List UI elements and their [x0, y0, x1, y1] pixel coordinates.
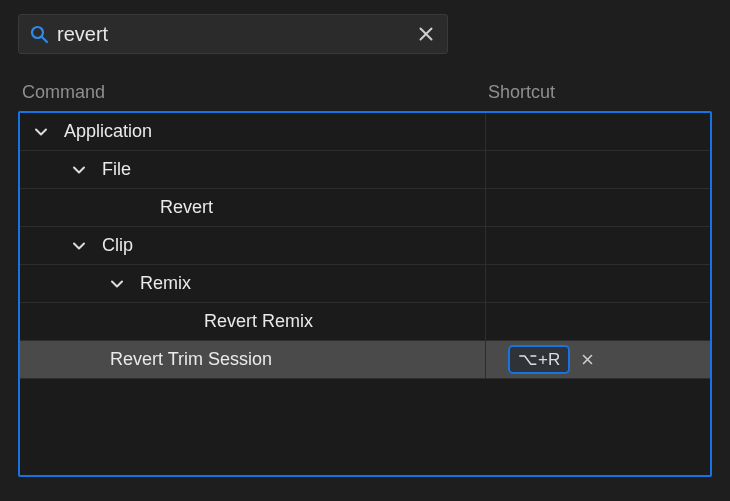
tree-label: Clip [102, 235, 133, 256]
tree-label: Remix [140, 273, 191, 294]
search-input[interactable] [49, 15, 415, 53]
header-command[interactable]: Command [22, 82, 488, 103]
tree-label: File [102, 159, 131, 180]
search-field[interactable] [18, 14, 448, 54]
tree-row-application[interactable]: Application [20, 113, 710, 151]
tree-row-revert[interactable]: Revert [20, 189, 710, 227]
chevron-down-icon[interactable] [72, 239, 86, 253]
shortcut-cell[interactable] [486, 189, 710, 226]
shortcut-chip[interactable]: ⌥+R [508, 345, 570, 374]
tree-row-file[interactable]: File [20, 151, 710, 189]
column-headers: Command Shortcut [18, 82, 712, 111]
tree-row-revert-remix[interactable]: Revert Remix [20, 303, 710, 341]
svg-line-1 [42, 37, 47, 42]
command-tree[interactable]: Application File Revert Clip [18, 111, 712, 477]
shortcut-text: ⌥+R [518, 349, 560, 370]
tree-label: Revert Remix [204, 311, 313, 332]
tree-label: Revert Trim Session [110, 349, 272, 370]
tree-row-clip[interactable]: Clip [20, 227, 710, 265]
chevron-down-icon[interactable] [34, 125, 48, 139]
shortcut-cell[interactable] [486, 303, 710, 340]
tree-label: Revert [160, 197, 213, 218]
header-shortcut[interactable]: Shortcut [488, 82, 708, 103]
chevron-down-icon[interactable] [110, 277, 124, 291]
shortcut-cell[interactable]: ⌥+R [486, 341, 710, 378]
search-icon [29, 24, 49, 44]
tree-row-remix[interactable]: Remix [20, 265, 710, 303]
clear-search-icon[interactable] [415, 23, 437, 45]
tree-label: Application [64, 121, 152, 142]
chevron-down-icon[interactable] [72, 163, 86, 177]
tree-row-revert-trim-session[interactable]: Revert Trim Session ⌥+R [20, 341, 710, 379]
remove-shortcut-icon[interactable] [580, 353, 594, 367]
